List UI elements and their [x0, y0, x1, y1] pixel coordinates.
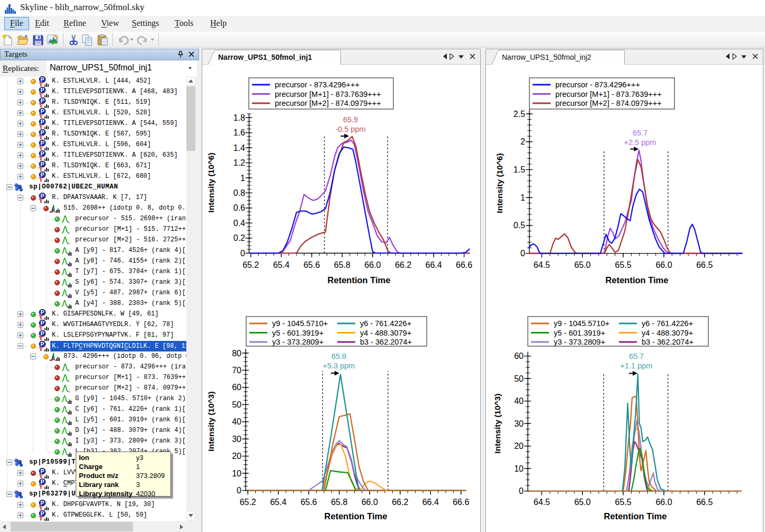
svg-text:64.5: 64.5: [534, 498, 550, 507]
svg-text:0.2: 0.2: [233, 233, 245, 242]
svg-text:66.4: 66.4: [422, 498, 439, 507]
svg-text:Intensity (10^6): Intensity (10^6): [495, 153, 504, 213]
svg-text:66.5: 66.5: [696, 498, 713, 507]
svg-text:66.0: 66.0: [364, 260, 381, 269]
svg-text:66.5: 66.5: [696, 260, 713, 269]
svg-text:0: 0: [520, 249, 525, 258]
svg-text:y3 - 373.2809+: y3 - 373.2809+: [272, 338, 323, 346]
svg-text:Intensity (10^3): Intensity (10^3): [206, 391, 215, 451]
svg-text:66.6: 66.6: [453, 498, 469, 507]
svg-text:1.8: 1.8: [233, 113, 245, 122]
svg-text:y9 - 1045.5710+: y9 - 1045.5710+: [554, 319, 609, 328]
svg-text:y6 - 761.4226+: y6 - 761.4226+: [360, 319, 411, 328]
svg-text:precursor [M+1] - 873.7639+++: precursor [M+1] - 873.7639+++: [275, 90, 381, 98]
svg-text:10: 10: [514, 464, 524, 473]
svg-text:70: 70: [232, 366, 241, 375]
svg-text:precursor [M+2] - 874.0979+++: precursor [M+2] - 874.0979+++: [275, 99, 381, 107]
svg-text:60: 60: [232, 383, 241, 392]
svg-text:0.6: 0.6: [233, 203, 245, 212]
svg-text:b3 - 362.2074+: b3 - 362.2074+: [360, 338, 412, 346]
svg-text:0.4: 0.4: [233, 219, 245, 228]
svg-text:65.8: 65.8: [331, 352, 346, 360]
svg-text:precursor - 873.4296+++: precursor - 873.4296+++: [555, 80, 640, 89]
svg-text:precursor - 873.4296+++: precursor - 873.4296+++: [275, 80, 359, 89]
svg-text:66.0: 66.0: [362, 498, 378, 507]
svg-text:1.5: 1.5: [514, 165, 525, 174]
svg-text:Intensity (10^3): Intensity (10^3): [493, 393, 502, 453]
svg-text:y4 - 488.3079+: y4 - 488.3079+: [360, 329, 411, 337]
svg-text:66.0: 66.0: [655, 260, 672, 269]
svg-text:y3 - 373.2809+: y3 - 373.2809+: [554, 338, 605, 346]
svg-text:1.6: 1.6: [233, 128, 245, 137]
svg-text:40: 40: [232, 417, 241, 426]
svg-text:65.2: 65.2: [242, 260, 259, 269]
svg-text:0.5: 0.5: [514, 221, 525, 230]
svg-text:Retention Time: Retention Time: [604, 511, 667, 521]
svg-text:Retention Time: Retention Time: [328, 275, 391, 285]
svg-text:65.7: 65.7: [629, 352, 644, 360]
svg-text:65.4: 65.4: [270, 498, 286, 507]
svg-text:10: 10: [232, 469, 241, 478]
svg-text:y4 - 488.3079+: y4 - 488.3079+: [642, 329, 693, 337]
svg-text:precursor [M+2] - 874.0979+++: precursor [M+2] - 874.0979+++: [555, 99, 662, 107]
svg-text:0: 0: [237, 486, 241, 495]
svg-text:Retention Time: Retention Time: [325, 511, 388, 521]
svg-text:65.2: 65.2: [240, 498, 256, 507]
svg-text:65.5: 65.5: [615, 498, 632, 507]
svg-text:66.4: 66.4: [426, 260, 442, 269]
svg-text:2.5: 2.5: [514, 110, 525, 119]
svg-text:65.0: 65.0: [574, 260, 591, 269]
svg-text:65.8: 65.8: [334, 260, 350, 269]
svg-text:Intensity (10^6): Intensity (10^6): [206, 152, 215, 212]
svg-text:y9 - 1045.5710+: y9 - 1045.5710+: [272, 319, 328, 328]
svg-text:1.2: 1.2: [233, 158, 245, 167]
svg-text:+1.1 ppm: +1.1 ppm: [620, 362, 653, 370]
svg-text:0: 0: [240, 249, 245, 258]
svg-text:+5.3 ppm: +5.3 ppm: [323, 362, 355, 370]
svg-text:65.4: 65.4: [273, 260, 290, 269]
svg-text:65.7: 65.7: [633, 129, 647, 137]
svg-text:0.8: 0.8: [233, 188, 245, 197]
svg-text:65.9: 65.9: [343, 115, 358, 124]
svg-text:Retention Time: Retention Time: [606, 275, 669, 285]
svg-text:66.2: 66.2: [392, 498, 408, 507]
svg-text:1: 1: [240, 174, 245, 183]
svg-text:y5 - 601.3919+: y5 - 601.3919+: [272, 329, 323, 337]
svg-text:precursor [M+1] - 873.7639+++: precursor [M+1] - 873.7639+++: [555, 90, 662, 98]
svg-text:66.6: 66.6: [456, 260, 472, 269]
svg-text:y6 - 761.4226+: y6 - 761.4226+: [642, 319, 693, 328]
svg-text:2: 2: [520, 137, 525, 146]
svg-text:30: 30: [514, 419, 524, 428]
svg-text:y5 - 601.3919+: y5 - 601.3919+: [554, 329, 605, 337]
svg-text:40: 40: [514, 396, 524, 405]
svg-text:65.5: 65.5: [615, 260, 632, 269]
svg-text:66.2: 66.2: [395, 260, 411, 269]
svg-text:65.6: 65.6: [303, 260, 320, 269]
svg-text:20: 20: [514, 441, 524, 450]
svg-text:+2.5 ppm: +2.5 ppm: [624, 138, 656, 147]
svg-text:0: 0: [519, 486, 524, 495]
svg-text:65.8: 65.8: [331, 498, 347, 507]
svg-text:60: 60: [514, 351, 524, 360]
svg-text:65.0: 65.0: [574, 498, 591, 507]
svg-text:80: 80: [232, 349, 241, 358]
svg-text:1.4: 1.4: [233, 143, 245, 152]
svg-text:50: 50: [232, 400, 241, 409]
svg-text:1: 1: [520, 193, 525, 202]
svg-text:20: 20: [232, 452, 241, 461]
svg-text:50: 50: [514, 374, 524, 383]
svg-text:65.6: 65.6: [301, 498, 317, 507]
svg-text:b3 - 362.2074+: b3 - 362.2074+: [642, 338, 694, 346]
svg-text:64.5: 64.5: [534, 260, 550, 269]
svg-text:66.0: 66.0: [655, 498, 672, 507]
svg-text:-0.5 ppm: -0.5 ppm: [335, 125, 365, 133]
svg-text:30: 30: [232, 435, 241, 444]
